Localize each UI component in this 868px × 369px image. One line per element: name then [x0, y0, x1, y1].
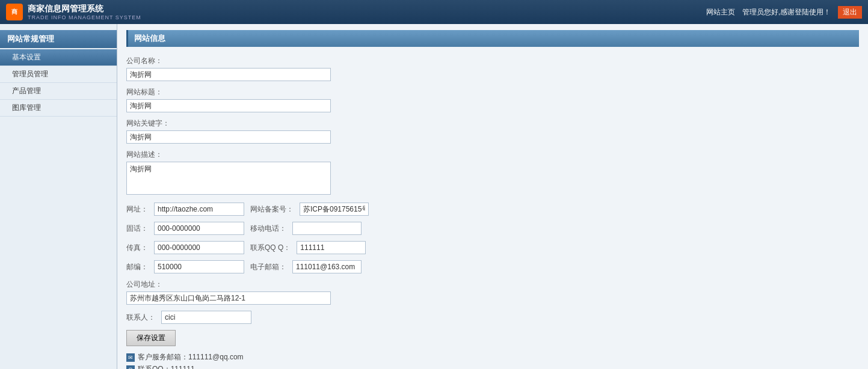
header-logo: 商 商家信息网管理系统 TRADE INFO MANAGEMENT SYSTEM: [6, 4, 141, 20]
header: 商 商家信息网管理系统 TRADE INFO MANAGEMENT SYSTEM…: [0, 0, 868, 24]
header-greeting: 管理员您好,感谢登陆使用！: [742, 7, 831, 17]
footer-email-item: ✉ 客户服务邮箱：111111@qq.com: [126, 352, 859, 362]
company-name-input[interactable]: [126, 68, 331, 81]
site-desc-textarea[interactable]: [126, 162, 331, 195]
address-group: 公司地址：: [126, 279, 859, 305]
email-icon: ✉: [126, 353, 135, 362]
fax-label: 传真：: [126, 243, 148, 253]
section-header: 网站信息: [126, 30, 859, 47]
sidebar-item-admin-management[interactable]: 管理员管理: [0, 66, 117, 83]
url-input[interactable]: [154, 203, 244, 216]
mobile-label: 移动电话：: [250, 224, 286, 234]
logo-icon: 商: [6, 4, 23, 20]
sidebar-item-gallery-management[interactable]: 图库管理: [0, 100, 117, 117]
logout-button[interactable]: 退出: [838, 6, 862, 19]
icp-label: 网站备案号：: [250, 204, 294, 215]
qq-icon: Q: [126, 365, 135, 370]
site-title-label: 网站标题：: [126, 87, 859, 97]
footer-qq-text: 联系QQ：111111: [138, 364, 195, 369]
info-footer: ✉ 客户服务邮箱：111111@qq.com Q 联系QQ：111111: [126, 352, 859, 369]
contact-label: 联系人：: [126, 313, 155, 323]
address-label: 公司地址：: [126, 279, 859, 290]
url-icp-row: 网址： 网站备案号：: [126, 203, 859, 216]
header-title-main: 商家信息网管理系统: [28, 4, 141, 14]
site-title-group: 网站标题：: [126, 87, 859, 112]
icp-input[interactable]: [300, 203, 369, 216]
sidebar: 网站常规管理 基本设置 管理员管理 产品管理 图库管理: [0, 24, 117, 369]
site-desc-group: 网站描述：: [126, 150, 859, 197]
site-keywords-input[interactable]: [126, 130, 331, 144]
tel-input[interactable]: [154, 222, 244, 235]
mobile-input[interactable]: [292, 222, 362, 235]
qq-input[interactable]: [297, 241, 366, 254]
sidebar-item-basic-settings[interactable]: 基本设置: [0, 49, 117, 66]
sidebar-item-product-management[interactable]: 产品管理: [0, 83, 117, 100]
save-button[interactable]: 保存设置: [126, 330, 176, 346]
postcode-label: 邮编：: [126, 262, 148, 272]
site-keywords-group: 网站关键字：: [126, 118, 859, 144]
email-input[interactable]: [292, 260, 362, 273]
site-title-input[interactable]: [126, 99, 331, 112]
company-name-label: 公司名称：: [126, 56, 859, 66]
footer-qq-item: Q 联系QQ：111111: [126, 364, 859, 369]
email-label: 电子邮箱：: [250, 262, 286, 272]
address-input[interactable]: [126, 291, 331, 305]
nav-home-link[interactable]: 网站主页: [706, 7, 735, 17]
layout: 网站常规管理 基本设置 管理员管理 产品管理 图库管理 网站信息 公司名称： 网…: [0, 24, 868, 369]
header-title-block: 商家信息网管理系统 TRADE INFO MANAGEMENT SYSTEM: [28, 4, 141, 20]
site-keywords-label: 网站关键字：: [126, 118, 859, 129]
save-group: 保存设置: [126, 330, 859, 346]
postcode-email-row: 邮编： 电子邮箱：: [126, 260, 859, 273]
header-nav: 网站主页 管理员您好,感谢登陆使用！ 退出: [706, 6, 862, 19]
qq-label: 联系QQ Q：: [250, 243, 291, 253]
url-label: 网址：: [126, 204, 148, 215]
postcode-input[interactable]: [154, 260, 244, 273]
company-name-group: 公司名称：: [126, 56, 859, 81]
footer-email-text: 客户服务邮箱：111111@qq.com: [138, 352, 244, 362]
site-desc-label: 网站描述：: [126, 150, 859, 160]
fax-input[interactable]: [154, 241, 244, 254]
contact-row: 联系人：: [126, 311, 859, 324]
tel-mobile-row: 固话： 移动电话：: [126, 222, 859, 235]
fax-qq-row: 传真： 联系QQ Q：: [126, 241, 859, 254]
header-title-sub: TRADE INFO MANAGEMENT SYSTEM: [28, 14, 141, 20]
tel-label: 固话：: [126, 224, 148, 234]
main-content: 网站信息 公司名称： 网站标题： 网站关键字： 网站描述： 网址： 网站备案号：: [117, 24, 868, 369]
contact-input[interactable]: [161, 311, 251, 324]
sidebar-group-title: 网站常规管理: [0, 30, 117, 48]
